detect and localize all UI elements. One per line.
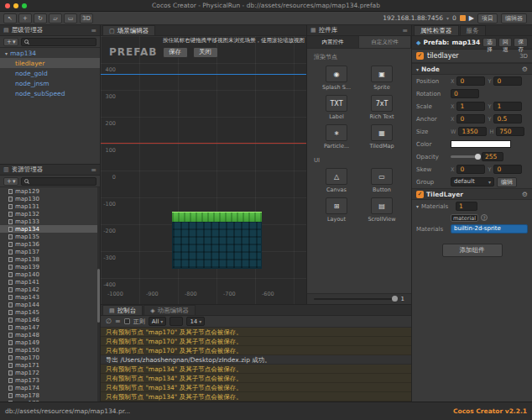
prefab-action-button[interactable]: 选择 [482, 38, 497, 47]
asset-item[interactable]: map136 [0, 240, 100, 248]
create-asset-button[interactable]: +▾ [3, 177, 18, 186]
node-section-header[interactable]: ▾ Node ⚙ [412, 63, 532, 75]
select-tool-icon[interactable]: ↖ [3, 13, 17, 24]
library-item[interactable]: ◉ Splash S... [316, 66, 357, 91]
library-item[interactable]: TXT Label [316, 95, 357, 120]
hierarchy-node[interactable]: node_gold [0, 68, 100, 78]
simulator-icon[interactable] [460, 15, 466, 21]
chevron-down-icon[interactable]: ▾ [446, 15, 449, 21]
console-message[interactable]: 只有预制节点 "map134" 及其子节点会被保存。 [101, 383, 411, 392]
console-message[interactable]: 只有预制节点 "map134" 及其子节点会被保存。 [101, 365, 411, 374]
asset-item[interactable]: map148 [0, 331, 100, 339]
prefab-close-button[interactable]: 关闭 [193, 47, 218, 58]
position-y-field[interactable]: 0 [493, 76, 522, 86]
console-filter-input[interactable] [170, 317, 183, 326]
asset-item[interactable]: map170 [0, 354, 100, 361]
panel-menu-icon[interactable]: ≡ [91, 27, 96, 34]
asset-item[interactable]: map141 [0, 278, 100, 286]
asset-item[interactable]: map149 [0, 339, 100, 346]
slider-thumb[interactable] [475, 154, 481, 160]
slider-thumb[interactable] [392, 296, 398, 302]
anchor-x-field[interactable]: 0 [456, 114, 485, 123]
tab-animation-editor[interactable]: ◈ 动画编辑器 [143, 305, 196, 315]
minimize-window-button[interactable] [13, 3, 18, 8]
asset-item[interactable]: map130 [0, 195, 100, 202]
asset-item[interactable]: map133 [0, 218, 100, 225]
tiledmap-node[interactable] [172, 212, 262, 269]
play-button[interactable]: ▶ [469, 14, 474, 22]
asset-item[interactable]: map145 [0, 308, 100, 316]
asset-item[interactable]: map179 [0, 399, 100, 402]
console-message[interactable]: 只有预制节点 "map134" 及其子节点会被保存。 [101, 392, 411, 402]
asset-item[interactable]: map171 [0, 361, 100, 369]
prefab-action-button[interactable]: 保存 [514, 38, 528, 47]
size-w-field[interactable]: 1350 [458, 127, 487, 136]
console-message[interactable]: 只有预制节点 "map170" 及其子节点会被保存。 [101, 346, 411, 355]
console-message[interactable]: 只有预制节点 "map170" 及其子节点会被保存。 [101, 328, 411, 337]
asset-item[interactable]: map131 [0, 202, 100, 210]
3d-mode-toggle[interactable]: 3D [80, 13, 93, 24]
collapse-arrow-icon[interactable]: ▾ [416, 66, 419, 72]
asset-item[interactable]: map135 [0, 233, 100, 240]
asset-item[interactable]: map129 [0, 187, 100, 195]
anchor-y-field[interactable]: 0.5 [493, 114, 522, 123]
close-window-button[interactable] [5, 3, 10, 8]
collapse-arrow-icon[interactable]: ▾ [416, 203, 419, 209]
3d-badge[interactable]: 3D [519, 53, 528, 60]
gear-icon[interactable]: ⚙ [522, 66, 528, 73]
tab-services[interactable]: 服务 [460, 25, 486, 35]
scale-tool-icon[interactable]: ▱ [49, 13, 62, 24]
asset-item[interactable]: map142 [0, 286, 100, 293]
node-active-checkbox[interactable]: ✓ [416, 52, 424, 60]
hierarchy-node[interactable]: tiledlayer [0, 58, 100, 68]
component-enabled-checkbox[interactable]: ✓ [416, 191, 424, 198]
tiledlayer-section-header[interactable]: ✓ TiledLayer ⚙ [412, 188, 532, 200]
asset-item[interactable]: map139 [0, 263, 100, 270]
log-level-dropdown[interactable]: All▾ [149, 317, 167, 326]
color-swatch[interactable] [451, 140, 511, 148]
position-x-field[interactable]: 0 [456, 76, 485, 86]
asset-item[interactable]: map150 [0, 346, 100, 354]
console-message[interactable]: 只有预制节点 "map134" 及其子节点会被保存。 [101, 374, 411, 383]
rotate-tool-icon[interactable]: ↻ [34, 13, 47, 24]
asset-item[interactable]: map137 [0, 248, 100, 255]
hierarchy-node[interactable]: node_subSpeed [0, 88, 100, 98]
asset-item[interactable]: map134 [0, 225, 100, 233]
asset-item[interactable]: map147 [0, 323, 100, 331]
library-item[interactable]: 7xT Rich Text [361, 95, 403, 120]
asset-item[interactable]: map138 [0, 255, 100, 263]
font-size-dropdown[interactable]: 14▾ [186, 317, 205, 326]
tab-builtin-controls[interactable]: 内置控件 [307, 36, 359, 48]
create-node-button[interactable]: +▾ [3, 38, 18, 46]
project-button[interactable]: 项目 [477, 13, 498, 24]
rect-tool-icon[interactable]: ▭ [64, 13, 77, 24]
asset-item[interactable]: map132 [0, 210, 100, 218]
assets-scrollbar[interactable] [97, 187, 100, 402]
asset-item[interactable]: map172 [0, 369, 100, 376]
asset-item[interactable]: map146 [0, 316, 100, 323]
assets-search-input[interactable] [21, 177, 96, 186]
console-message[interactable]: 导出 /Users/zhaoshengnan/Desktop/zIndex.zi… [101, 355, 411, 365]
collapse-logs-icon[interactable]: ≡ [115, 318, 121, 325]
hierarchy-node[interactable]: node_jnsm [0, 78, 100, 88]
asset-item[interactable]: map143 [0, 293, 100, 301]
size-h-field[interactable]: 750 [496, 127, 524, 136]
regex-checkbox[interactable] [124, 318, 130, 324]
library-item[interactable]: ⊞ Layout [316, 197, 357, 223]
asset-item[interactable]: map140 [0, 270, 100, 278]
add-component-button[interactable]: 添加组件 [442, 244, 503, 257]
library-item[interactable]: ▭ Button [361, 168, 403, 193]
skew-y-field[interactable]: 0 [493, 165, 522, 174]
clear-console-icon[interactable]: ∅ [106, 318, 112, 325]
scrollbar-thumb[interactable] [97, 269, 100, 323]
tab-custom-controls[interactable]: 自定义控件 [359, 36, 411, 48]
library-item[interactable]: ▤ ScrollView [361, 197, 403, 223]
prefab-action-button[interactable]: 回退 [498, 38, 513, 47]
materials-count-field[interactable]: 1 [456, 202, 477, 211]
tab-inspector[interactable]: 属性检查器 [414, 25, 459, 35]
group-edit-button[interactable]: 编辑 [497, 177, 517, 187]
tab-scene-editor[interactable]: ▢ 场景编辑器 [102, 25, 155, 35]
group-dropdown[interactable]: default ▾ [451, 177, 494, 186]
prefab-save-button[interactable]: 保存 [163, 47, 188, 58]
asset-item[interactable]: map174 [0, 384, 100, 391]
